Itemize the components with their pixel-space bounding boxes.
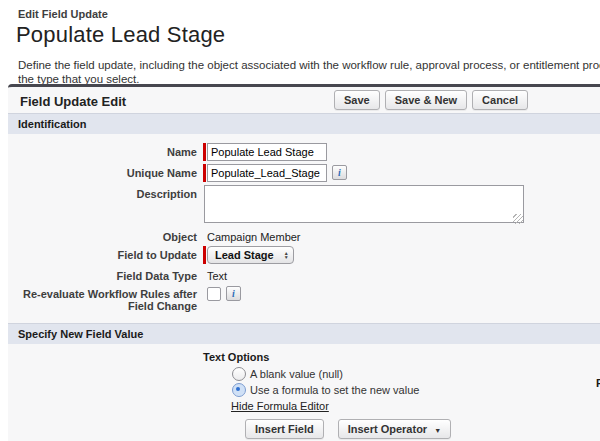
functions-label: Functions bbox=[596, 377, 600, 389]
save-and-new-button[interactable]: Save & New bbox=[385, 90, 467, 110]
name-input[interactable] bbox=[207, 143, 327, 161]
blank-value-radio-label: A blank value (null) bbox=[250, 368, 343, 380]
formula-radio-label: Use a formula to set the new value bbox=[250, 384, 419, 396]
cancel-button[interactable]: Cancel bbox=[472, 90, 528, 110]
select-arrows-icon: ▲▼ bbox=[284, 251, 289, 259]
save-button[interactable]: Save bbox=[334, 90, 380, 110]
reevaluate-checkbox[interactable] bbox=[207, 287, 221, 301]
intro-line-1: Define the field update, including the o… bbox=[18, 58, 600, 72]
description-row: Description bbox=[8, 185, 600, 225]
field-to-update-label: Field to Update bbox=[8, 246, 197, 261]
name-row: Name bbox=[8, 143, 600, 161]
unique-name-row: Unique Name i bbox=[8, 164, 600, 182]
chevron-down-icon: ▼ bbox=[434, 427, 441, 434]
specify-new-field-value-section-header: Specify New Field Value bbox=[8, 323, 600, 344]
insert-operator-label: Insert Operator bbox=[348, 423, 427, 435]
identification-section-header: Identification bbox=[8, 113, 600, 134]
blank-value-radio-row: A blank value (null) bbox=[232, 367, 600, 381]
description-textarea[interactable] bbox=[204, 185, 524, 223]
field-data-type-label: Field Data Type bbox=[8, 267, 197, 282]
intro-text: Define the field update, including the o… bbox=[18, 58, 600, 86]
breadcrumb: Edit Field Update bbox=[18, 8, 600, 20]
formula-radio-row: Use a formula to set the new value bbox=[232, 383, 600, 397]
field-data-type-value: Text bbox=[207, 267, 227, 282]
required-marker bbox=[203, 164, 206, 182]
resize-handle-icon[interactable] bbox=[513, 214, 523, 224]
select-value: Lead Stage bbox=[215, 249, 274, 261]
reevaluate-row: Re-evaluate Workflow Rules after Field C… bbox=[8, 285, 600, 312]
text-options-label: Text Options bbox=[203, 351, 600, 363]
blank-value-radio[interactable] bbox=[232, 367, 246, 381]
object-label: Object bbox=[8, 228, 197, 243]
name-label: Name bbox=[8, 143, 197, 158]
identification-form: Name Unique Name i Description bbox=[8, 134, 600, 323]
page-title: Populate Lead Stage bbox=[16, 22, 600, 48]
object-row: Object Campaign Member bbox=[8, 228, 600, 243]
hide-formula-editor-link[interactable]: Hide Formula Editor bbox=[231, 400, 329, 412]
field-update-edit-page: Edit Field Update Populate Lead Stage De… bbox=[0, 0, 600, 441]
info-icon[interactable]: i bbox=[226, 286, 241, 301]
text-options-block: Text Options A blank value (null) Use a … bbox=[8, 344, 600, 441]
section-title: Field Update Edit bbox=[20, 94, 126, 109]
toolbar-buttons: Save Save & New Cancel bbox=[334, 90, 528, 110]
formula-editor-buttons: Insert Field Insert Operator▼ bbox=[245, 419, 600, 439]
insert-operator-button[interactable]: Insert Operator▼ bbox=[338, 419, 451, 439]
field-data-type-row: Field Data Type Text bbox=[8, 267, 600, 282]
field-to-update-select[interactable]: Lead Stage ▲▼ bbox=[207, 246, 294, 264]
unique-name-input[interactable] bbox=[207, 164, 327, 182]
insert-field-button[interactable]: Insert Field bbox=[245, 419, 324, 439]
reevaluate-label: Re-evaluate Workflow Rules after Field C… bbox=[8, 285, 197, 312]
description-label: Description bbox=[8, 185, 197, 200]
required-marker bbox=[203, 246, 206, 264]
field-to-update-row: Field to Update Lead Stage ▲▼ bbox=[8, 246, 600, 264]
page-header: Edit Field Update Populate Lead Stage bbox=[0, 0, 600, 48]
formula-radio[interactable] bbox=[232, 383, 246, 397]
info-icon[interactable]: i bbox=[332, 165, 347, 180]
object-value: Campaign Member bbox=[207, 228, 301, 243]
required-marker bbox=[203, 143, 206, 161]
field-update-edit-section: Field Update Edit Save Save & New Cancel… bbox=[8, 84, 600, 441]
unique-name-label: Unique Name bbox=[8, 164, 197, 179]
section-toolbar: Field Update Edit Save Save & New Cancel bbox=[8, 87, 600, 113]
